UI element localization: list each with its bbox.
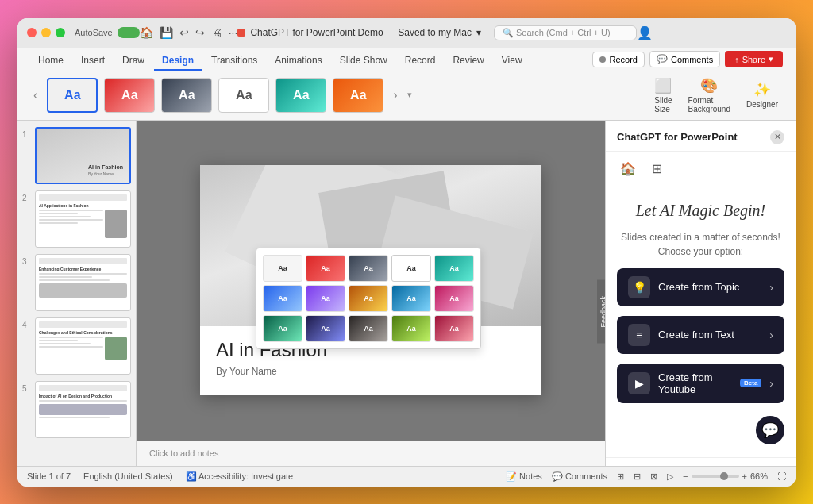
tab-record[interactable]: Record: [397, 52, 444, 71]
slide-notes-bar[interactable]: Click to add notes: [137, 441, 605, 466]
popup-theme-14[interactable]: Aa: [391, 315, 431, 342]
format-bg-tool[interactable]: 🎨 FormatBackground: [684, 75, 735, 115]
expand-themes-icon[interactable]: ▾: [407, 90, 412, 100]
popup-theme-7[interactable]: Aa: [306, 285, 345, 312]
panel-home-icon[interactable]: 🏠: [617, 158, 639, 180]
tab-design[interactable]: Design: [154, 52, 202, 71]
slide-thumb-4[interactable]: 4 Challenges and Ethical Considerations: [22, 317, 131, 375]
popup-theme-10[interactable]: Aa: [434, 285, 474, 312]
accessibility-info: ♿ Accessibility: Investigate: [186, 471, 294, 482]
slide-size-tool[interactable]: ⬜ SlideSize: [649, 75, 676, 115]
tab-view[interactable]: View: [494, 52, 530, 71]
comments-label: Comments: [671, 55, 713, 64]
comments-label: Comments: [565, 471, 607, 481]
slide-thumb-1[interactable]: 1 AI in Fashion By Your Name: [22, 127, 131, 184]
slide-4-image: [105, 337, 127, 360]
chat-bubble-button[interactable]: 💬: [756, 416, 784, 444]
theme-item-5[interactable]: Aa: [275, 78, 326, 113]
tab-animations[interactable]: Animations: [267, 52, 329, 71]
feedback-tab[interactable]: Feedback: [597, 280, 605, 344]
undo-icon[interactable]: ↩: [179, 26, 189, 39]
slide-info: Slide 1 of 7: [27, 471, 71, 481]
close-button[interactable]: [27, 28, 37, 37]
slide-thumb-2[interactable]: 2 AI Applications in Fashion: [22, 190, 131, 248]
popup-theme-11[interactable]: Aa: [263, 315, 302, 342]
popup-theme-13[interactable]: Aa: [349, 315, 388, 342]
minimize-button[interactable]: [41, 28, 51, 37]
tab-insert[interactable]: Insert: [73, 52, 113, 71]
theme-item-2[interactable]: Aa: [104, 78, 155, 113]
theme-item-1[interactable]: Aa: [47, 78, 98, 113]
popup-theme-5[interactable]: Aa: [434, 255, 474, 282]
youtube-icon: ▶: [628, 372, 650, 394]
create-from-topic-button[interactable]: 💡 Create from Topic ›: [617, 268, 784, 306]
designer-tool[interactable]: ✨ Designer: [742, 79, 783, 110]
redo-icon[interactable]: ↪: [195, 26, 205, 39]
panel-slides-icon[interactable]: ⊞: [645, 158, 668, 180]
slide-4-header: [39, 321, 127, 328]
tab-transitions[interactable]: Transitions: [203, 52, 265, 71]
create-from-youtube-label: Create from Youtube: [658, 371, 732, 395]
tab-slideshow[interactable]: Slide Show: [332, 52, 395, 71]
tab-review[interactable]: Review: [445, 52, 491, 71]
slide-line: [39, 346, 103, 348]
zoom-slider[interactable]: [692, 475, 739, 478]
popup-theme-12[interactable]: Aa: [306, 315, 345, 342]
more-icon[interactable]: ···: [229, 26, 238, 39]
ribbon-left-arrow[interactable]: ‹: [30, 88, 40, 102]
maximize-button[interactable]: [56, 28, 65, 37]
popup-theme-9[interactable]: Aa: [391, 285, 431, 312]
zoom-in-icon[interactable]: +: [742, 471, 747, 481]
slide-num-1: 1: [22, 130, 32, 139]
print-icon[interactable]: 🖨: [211, 26, 222, 39]
designer-label: Designer: [746, 100, 778, 109]
save-icon[interactable]: 💾: [160, 26, 173, 39]
create-from-text-button[interactable]: ≡ Create from Text ›: [617, 316, 784, 354]
slide-thumb-3[interactable]: 3 Enhancing Customer Experience: [22, 254, 131, 311]
theme-item-6[interactable]: Aa: [333, 78, 383, 113]
record-button[interactable]: Record: [592, 52, 644, 67]
view-slideshow-icon[interactable]: ▷: [667, 471, 673, 482]
slide-img-3[interactable]: Enhancing Customer Experience: [35, 254, 131, 311]
record-label: Record: [609, 55, 637, 64]
notes-status[interactable]: 📝 Notes: [506, 471, 542, 482]
share-button[interactable]: ↑ Share ▾: [725, 51, 783, 67]
comments-button[interactable]: 💬 Comments: [649, 51, 720, 67]
slide-img-4[interactable]: Challenges and Ethical Considerations: [35, 317, 131, 375]
popup-theme-3[interactable]: Aa: [349, 255, 388, 282]
view-normal-icon[interactable]: ⊞: [617, 471, 624, 482]
theme-item-3[interactable]: Aa: [161, 78, 212, 113]
search-placeholder: Search (Cmd + Ctrl + U): [516, 28, 611, 37]
popup-theme-1[interactable]: Aa: [263, 255, 302, 282]
home-icon[interactable]: 🏠: [140, 26, 153, 39]
popup-theme-2[interactable]: Aa: [306, 255, 345, 282]
slide-num-3: 3: [22, 257, 32, 266]
view-grid-icon[interactable]: ⊟: [634, 471, 641, 482]
comments-status[interactable]: 💬 Comments: [552, 471, 607, 482]
main-slide-area: Aa Aa Aa Aa Aa Aa Aa Aa Aa Aa Aa Aa Aa A…: [137, 121, 605, 466]
fit-icon[interactable]: ⛶: [777, 471, 786, 481]
popup-theme-15[interactable]: Aa: [434, 315, 474, 342]
search-bar[interactable]: 🔍 Search (Cmd + Ctrl + U): [494, 25, 637, 40]
slide-img-2[interactable]: AI Applications in Fashion: [35, 190, 131, 248]
tab-draw[interactable]: Draw: [114, 52, 152, 71]
popup-theme-4[interactable]: Aa: [391, 255, 431, 282]
autosave-toggle[interactable]: [118, 27, 140, 38]
panel-close-button[interactable]: ✕: [770, 130, 784, 144]
autosave-area: AutoSave: [75, 27, 140, 38]
create-from-youtube-button[interactable]: ▶ Create from Youtube Beta ›: [617, 364, 784, 403]
slide-img-1[interactable]: AI in Fashion By Your Name: [35, 127, 131, 184]
slide-4-title: Challenges and Ethical Considerations: [39, 330, 127, 335]
record-dot-icon: [599, 56, 606, 63]
theme-item-4[interactable]: Aa: [218, 78, 269, 113]
view-reading-icon[interactable]: ⊠: [650, 471, 657, 482]
tab-home[interactable]: Home: [30, 52, 71, 71]
popup-theme-8[interactable]: Aa: [349, 285, 388, 312]
popup-theme-6[interactable]: Aa: [263, 285, 302, 312]
ribbon-right-arrow[interactable]: ›: [390, 88, 400, 102]
zoom-out-icon[interactable]: −: [683, 471, 688, 481]
slide-thumb-5[interactable]: 5 Impact of AI on Design and Production: [22, 381, 131, 438]
slide-img-5[interactable]: Impact of AI on Design and Production: [35, 381, 131, 438]
slide-line: [39, 337, 103, 338]
panel-header: ChatGPT for PowerPoint ✕: [606, 121, 796, 152]
